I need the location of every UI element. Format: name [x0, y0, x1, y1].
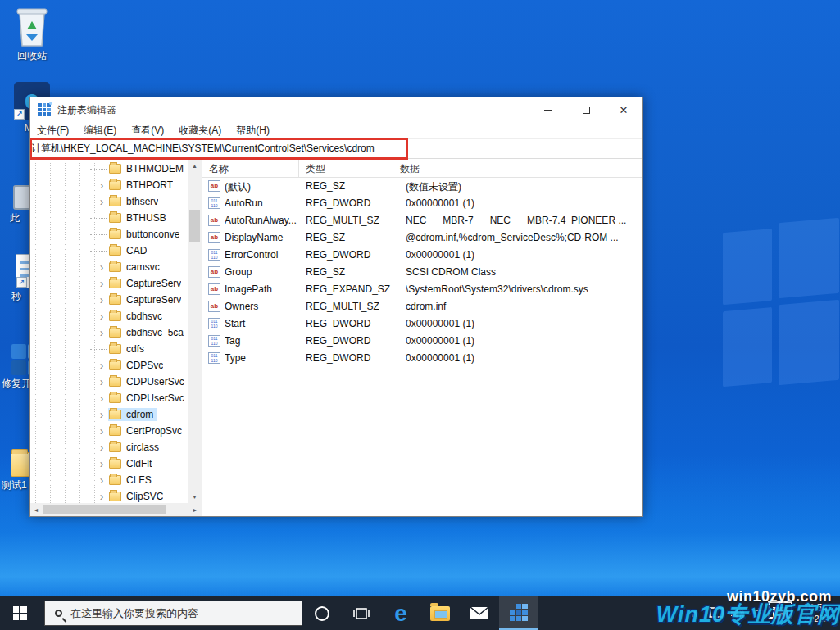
tree-item[interactable]: CAD	[30, 242, 188, 259]
tree-item[interactable]: BTHUSB	[30, 210, 188, 226]
address-bar[interactable]: 计算机\HKEY_LOCAL_MACHINE\SYSTEM\CurrentCon…	[30, 138, 642, 159]
regedit-taskbar-button[interactable]	[499, 596, 538, 630]
folder-icon	[109, 246, 121, 256]
tree-item[interactable]: ›bthserv	[30, 193, 188, 210]
expander-icon[interactable]: ›	[97, 295, 107, 305]
value-row[interactable]: 011110ErrorControlREG_DWORD0x00000001 (1…	[202, 247, 642, 264]
scroll-up-icon[interactable]: ▲	[188, 159, 202, 172]
minimize-button[interactable]	[529, 97, 567, 122]
expander-icon[interactable]: ›	[97, 197, 107, 206]
tree-item[interactable]: ›camsvc	[30, 259, 188, 275]
tree-item[interactable]: ›cbdhsvc	[30, 308, 188, 324]
column-header-name[interactable]: 名称	[202, 159, 299, 177]
tree-item[interactable]: ›circlass	[30, 439, 188, 456]
regedit-app-icon	[38, 103, 51, 116]
tree-item[interactable]: ›CaptureServ	[30, 275, 188, 292]
string-value-icon: ab	[208, 215, 220, 226]
tree-item[interactable]: ›CaptureServ	[30, 292, 188, 308]
scroll-right-icon[interactable]: ►	[188, 503, 202, 516]
tree-item[interactable]: ›CertPropSvc	[30, 423, 188, 439]
scrollbar-thumb[interactable]	[43, 505, 166, 514]
dword-value-icon: 011110	[208, 249, 220, 261]
folder-icon	[109, 475, 121, 485]
dword-value-icon: 011110	[208, 197, 220, 209]
expander-icon[interactable]: ›	[97, 262, 107, 272]
scroll-left-icon[interactable]: ◄	[30, 503, 43, 516]
tree-item[interactable]: ›CldFlt	[30, 456, 188, 472]
value-row[interactable]: 011110StartREG_DWORD0x00000001 (1)	[202, 315, 642, 333]
tree-item[interactable]: ›ClipSVC	[30, 488, 188, 503]
task-view-button[interactable]	[342, 596, 381, 630]
shortcut-arrow-icon: ↗	[16, 277, 27, 288]
expander-icon[interactable]: ›	[97, 393, 107, 403]
menu-help[interactable]: 帮助(H)	[229, 124, 277, 138]
expander-icon[interactable]: ›	[97, 311, 107, 321]
expander-icon[interactable]: ›	[97, 410, 107, 419]
tree-vertical-scrollbar[interactable]: ▲ ▼	[188, 159, 202, 503]
windows-logo-wallpaper	[723, 218, 839, 392]
tree-item[interactable]: cdfs	[30, 341, 188, 357]
start-button[interactable]	[0, 596, 39, 630]
mail-button[interactable]	[460, 596, 499, 630]
scrollbar-thumb[interactable]	[189, 210, 200, 242]
column-header-type[interactable]: 类型	[299, 159, 393, 177]
value-row[interactable]: abOwnersREG_MULTI_SZcdrom.inf	[202, 298, 642, 315]
menu-view[interactable]: 查看(V)	[124, 124, 171, 138]
value-row[interactable]: 011110TypeREG_DWORD0x00000001 (1)	[202, 350, 642, 367]
search-placeholder: 在这里输入你要搜索的内容	[70, 606, 198, 621]
tree-item[interactable]: buttonconve	[30, 226, 188, 242]
expander-icon[interactable]: ›	[97, 377, 107, 387]
value-row[interactable]: 011110TagREG_DWORD0x00000001 (1)	[202, 333, 642, 350]
tree-item[interactable]: ›BTHPORT	[30, 177, 188, 193]
search-icon	[55, 610, 62, 617]
menu-file[interactable]: 文件(F)	[30, 124, 76, 138]
value-row[interactable]: 011110AutoRunREG_DWORD0x00000001 (1)	[202, 195, 642, 212]
folder-icon	[109, 377, 121, 387]
registry-tree-panel: BTHMODEM ›BTHPORT ›bthserv BTHUSB button…	[30, 159, 202, 516]
menu-favorites[interactable]: 收藏夹(A)	[171, 124, 229, 138]
close-button[interactable]: ✕	[605, 97, 642, 122]
menu-edit[interactable]: 编辑(E)	[76, 124, 124, 138]
expander-icon[interactable]: ›	[97, 492, 107, 501]
tree-item[interactable]: ›cbdhsvc_5ca	[30, 324, 188, 341]
expander-icon[interactable]: ›	[97, 475, 107, 485]
tree-item[interactable]: ›CDPUserSvc	[30, 374, 188, 390]
minimize-icon	[544, 110, 552, 111]
taskbar-search-input[interactable]: 在这里输入你要搜索的内容	[44, 601, 302, 626]
expander-icon[interactable]: ›	[97, 180, 107, 190]
folder-icon	[109, 426, 121, 436]
expander-icon[interactable]: ›	[97, 442, 107, 452]
expander-icon[interactable]: ›	[97, 360, 107, 370]
folder-icon	[109, 442, 121, 452]
expander-icon[interactable]: ›	[97, 459, 107, 469]
value-row[interactable]: abDisplayNameREG_SZ@cdrom.inf,%cdrom_Ser…	[202, 229, 642, 247]
shortcut-arrow-icon: ↗	[14, 109, 25, 120]
tree-item[interactable]: ›CDPSvc	[30, 357, 188, 374]
value-row[interactable]: abGroupREG_SZSCSI CDROM Class	[202, 264, 642, 281]
title-bar[interactable]: 注册表编辑器 ✕	[30, 97, 642, 122]
tree-item[interactable]: ›CLFS	[30, 472, 188, 488]
scroll-down-icon[interactable]: ▼	[188, 490, 202, 503]
column-header-data[interactable]: 数据	[393, 159, 642, 177]
expander-icon[interactable]: ›	[97, 328, 107, 338]
expander-icon[interactable]: ›	[97, 279, 107, 288]
maximize-button[interactable]	[567, 97, 605, 122]
tree-item[interactable]: ›CDPUserSvc	[30, 390, 188, 406]
windows-logo-icon	[13, 606, 27, 620]
dword-value-icon: 011110	[208, 352, 220, 364]
tree-item-selected[interactable]: ›cdrom	[30, 406, 188, 423]
value-row[interactable]: ab(默认)REG_SZ(数值未设置)	[202, 178, 642, 195]
folder-icon	[109, 311, 121, 321]
value-row[interactable]: abAutoRunAlway...REG_MULTI_SZNEC MBR-7 N…	[202, 212, 642, 229]
regedit-icon	[510, 604, 528, 622]
tree-horizontal-scrollbar[interactable]: ◄ ►	[30, 503, 202, 516]
folder-icon	[109, 213, 121, 223]
file-explorer-button[interactable]	[420, 596, 460, 630]
expander-icon[interactable]: ›	[97, 426, 107, 436]
cortana-button[interactable]	[302, 596, 342, 630]
maximize-icon	[583, 107, 590, 114]
desktop-icon-recycle-bin[interactable]: 回收站	[7, 5, 57, 61]
value-row[interactable]: abImagePathREG_EXPAND_SZ\SystemRoot\Syst…	[202, 281, 642, 298]
tree-item[interactable]: BTHMODEM	[30, 161, 188, 177]
edge-taskbar-button[interactable]: e	[381, 596, 420, 630]
